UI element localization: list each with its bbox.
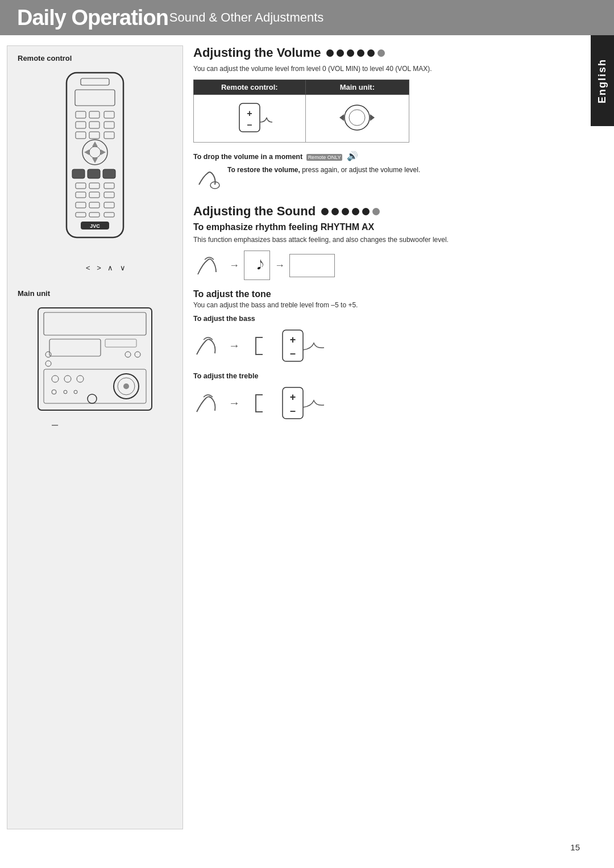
dot5 [367, 49, 375, 57]
drop-volume-instruction: To drop the volume in a moment Remote ON… [193, 151, 563, 161]
svg-rect-1 [81, 78, 109, 85]
svg-rect-37 [49, 339, 101, 356]
table-header-main: Main unit: [305, 80, 409, 95]
rhythm-box: 𝅘𝅥𝅮 [244, 251, 270, 280]
svg-point-40 [45, 361, 51, 366]
nav-arrows-label: < > ∧ ∨ [86, 264, 172, 272]
svg-marker-15 [92, 158, 98, 163]
bass-label: To adjust the bass [193, 315, 563, 323]
svg-rect-8 [104, 122, 114, 128]
dot2 [337, 49, 344, 57]
svg-rect-38 [105, 339, 136, 347]
language-tab: English [591, 35, 614, 126]
svg-rect-10 [89, 132, 99, 139]
svg-point-58 [349, 110, 365, 126]
bass-arrow: → [229, 339, 240, 352]
page-title-bold: Daily Operation [17, 6, 168, 30]
bass-finger-svg [193, 333, 223, 359]
rhythm-finger-svg [193, 252, 225, 279]
svg-rect-23 [104, 183, 114, 189]
restore-text: To restore the volume, press again, or a… [227, 165, 420, 175]
remote-control-image: JVC [44, 67, 146, 260]
right-panel: Adjusting the Volume You can adjust the … [193, 45, 580, 868]
bass-pm-svg: + – [280, 327, 331, 364]
header-bar: Daily Operation Sound & Other Adjustment… [0, 0, 614, 35]
svg-rect-28 [89, 202, 99, 208]
dot6 [377, 49, 385, 57]
svg-rect-36 [44, 312, 146, 335]
sdot5 [362, 208, 370, 215]
svg-rect-7 [89, 122, 99, 128]
svg-point-49 [123, 383, 129, 389]
main-vol-svg [331, 101, 383, 135]
treble-pm-svg: + – [280, 385, 331, 422]
svg-rect-27 [76, 202, 86, 208]
rhythm-arrow1: → [229, 260, 239, 272]
svg-point-51 [64, 390, 67, 394]
table-row: + – [194, 95, 409, 143]
svg-rect-30 [76, 212, 86, 217]
svg-marker-59 [339, 114, 344, 121]
svg-point-39 [45, 352, 51, 357]
restore-volume: To restore the volume, press again, or a… [193, 165, 563, 190]
bass-diagram: → + – [193, 327, 563, 364]
svg-rect-19 [88, 169, 100, 178]
treble-label: To adjust the treble [193, 372, 563, 380]
main-content: Remote control [0, 35, 614, 868]
svg-rect-4 [89, 111, 99, 118]
remote-only-badge: Remote ONLY [306, 154, 343, 161]
tone-desc: You can adjust the bass and treble level… [193, 301, 563, 309]
svg-rect-9 [76, 132, 86, 139]
svg-marker-60 [370, 114, 375, 121]
svg-rect-32 [104, 212, 114, 217]
sdot1 [321, 208, 329, 215]
svg-point-13 [89, 147, 101, 158]
svg-point-50 [52, 390, 56, 394]
treble-arrow: → [229, 397, 240, 410]
svg-point-53 [88, 394, 97, 403]
volume-desc: You can adjust the volume level from lev… [193, 64, 563, 74]
main-unit-image [32, 302, 157, 416]
speaker-icon: 🔊 [347, 151, 358, 161]
volume-section-title: Adjusting the Volume [193, 45, 563, 60]
svg-marker-16 [84, 149, 89, 155]
tone-title: To adjust the tone [193, 289, 563, 299]
restore-finger-svg [193, 165, 222, 190]
svg-point-44 [52, 375, 59, 382]
main-unit-label: Main unit [18, 289, 172, 298]
remote-control-cell: + – [194, 95, 306, 143]
sound-section-title: Adjusting the Sound [193, 204, 563, 219]
treble-diagram: → + – [193, 385, 563, 422]
svg-text:+: + [290, 334, 296, 345]
dot1 [326, 49, 334, 57]
bass-bracket-svg [246, 333, 274, 359]
svg-rect-26 [104, 192, 114, 198]
svg-marker-14 [92, 141, 98, 147]
rhythm-desc: This function emphasizes bass attack fee… [193, 235, 563, 245]
dot3 [347, 49, 354, 57]
rhythm-arrow2: → [275, 260, 285, 272]
svg-rect-21 [76, 183, 86, 189]
svg-point-42 [135, 352, 140, 357]
svg-text:–: – [290, 405, 296, 416]
svg-rect-3 [76, 111, 86, 118]
svg-rect-22 [89, 183, 99, 189]
svg-rect-20 [103, 169, 115, 178]
control-table: Remote control: Main unit: + – [193, 80, 409, 143]
svg-rect-18 [72, 169, 85, 178]
volume-dots [326, 49, 385, 57]
drop-volume-label: To drop the volume in a moment [193, 153, 302, 161]
page-number: 15 [570, 842, 580, 852]
page-title-sub: Sound & Other Adjustments [169, 10, 324, 25]
svg-rect-24 [76, 192, 86, 198]
svg-text:+: + [290, 391, 296, 403]
svg-point-52 [74, 390, 77, 394]
svg-point-46 [77, 375, 84, 382]
svg-text:JVC: JVC [90, 223, 100, 229]
sdot6 [372, 208, 380, 215]
svg-rect-29 [104, 202, 114, 208]
svg-point-41 [125, 352, 131, 357]
svg-text:–: – [290, 348, 296, 359]
svg-rect-31 [89, 212, 99, 217]
remote-label: Remote control [18, 54, 172, 62]
